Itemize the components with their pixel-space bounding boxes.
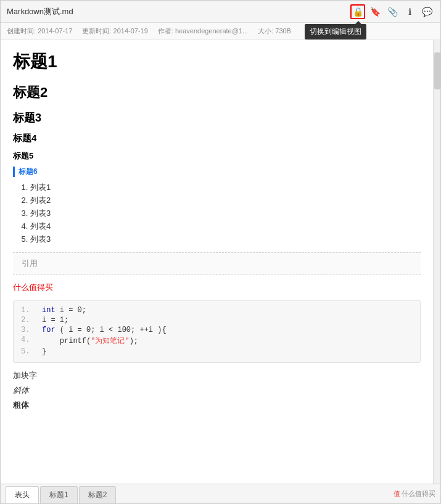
lock-button[interactable]: 🔒 切换到编辑视图 bbox=[350, 4, 365, 19]
tab-bar: 表头 标题1 标题2 值 什么值得买 bbox=[1, 484, 440, 503]
heading-1: 标题1 bbox=[13, 50, 421, 73]
code-block: 1. int i = 0; 2. i = 1; 3. for ( i = 0; … bbox=[13, 300, 421, 363]
tab-heading2[interactable]: 标题2 bbox=[79, 486, 117, 503]
list-item: 列表3 bbox=[30, 208, 421, 219]
author-label: 作者: heavendegenerate@1... bbox=[158, 27, 248, 36]
list-item: 列表2 bbox=[30, 195, 421, 206]
link[interactable]: 什么值得买 bbox=[13, 282, 421, 293]
blockquote: 引用 bbox=[13, 252, 421, 275]
list-item: 列表3 bbox=[30, 234, 421, 245]
code-line-3: 3. for ( i = 0; i < 100; ++i ){ bbox=[21, 326, 413, 334]
size-label: 大小: 730B bbox=[258, 27, 291, 36]
app-window: Markdown测试.md 🔒 切换到编辑视图 🔖 📎 ℹ 💬 创建时间: 20… bbox=[0, 0, 441, 504]
bottom-logo: 值 什么值得买 bbox=[394, 489, 440, 503]
ordered-list: 列表1 列表2 列表3 列表4 列表3 bbox=[30, 182, 421, 245]
updated-label: 更新时间: 2014-07-19 bbox=[82, 27, 147, 36]
title-bar: Markdown测试.md 🔒 切换到编辑视图 🔖 📎 ℹ 💬 bbox=[1, 1, 440, 23]
code-line-4: 4. printf("为知笔记"); bbox=[21, 336, 413, 346]
paperclip-button[interactable]: 📎 bbox=[385, 4, 400, 19]
info-icon: ℹ bbox=[408, 7, 411, 17]
bookmark-icon: 🔖 bbox=[370, 7, 381, 17]
content-area[interactable]: 标题1 标题2 标题3 标题4 标题5 标题6 列表1 列表2 列表3 列表4 … bbox=[1, 40, 433, 484]
edit-tooltip: 切换到编辑视图 bbox=[305, 24, 366, 39]
code-line-1: 1. int i = 0; bbox=[21, 306, 413, 315]
created-label: 创建时间: 2014-07-17 bbox=[7, 27, 72, 36]
scrollbar[interactable] bbox=[433, 40, 440, 484]
tab-heading1[interactable]: 标题1 bbox=[40, 486, 78, 503]
scrollbar-thumb[interactable] bbox=[434, 52, 440, 89]
title-icons: 🔒 切换到编辑视图 🔖 📎 ℹ 💬 bbox=[350, 4, 434, 19]
strong-text: 粗体 bbox=[13, 400, 421, 411]
filename: Markdown测试.md bbox=[7, 6, 73, 17]
bold-text: 加块字 bbox=[13, 370, 421, 381]
heading-6: 标题6 bbox=[13, 167, 421, 177]
heading-4: 标题4 bbox=[13, 133, 421, 144]
heading-3: 标题3 bbox=[13, 110, 421, 125]
heading-5: 标题5 bbox=[13, 151, 421, 162]
list-item: 列表1 bbox=[30, 182, 421, 193]
italic-text: 斜体 bbox=[13, 385, 421, 396]
logo-icon: 值 bbox=[394, 489, 400, 498]
paperclip-icon: 📎 bbox=[387, 7, 398, 17]
comment-button[interactable]: 💬 bbox=[419, 4, 434, 19]
comment-icon: 💬 bbox=[422, 7, 432, 17]
heading-2: 标题2 bbox=[13, 83, 421, 102]
info-button[interactable]: ℹ bbox=[402, 4, 417, 19]
code-line-2: 2. i = 1; bbox=[21, 316, 413, 324]
code-line-5: 5. } bbox=[21, 347, 413, 356]
meta-bar: 创建时间: 2014-07-17 更新时间: 2014-07-19 作者: he… bbox=[1, 23, 440, 40]
list-item: 列表4 bbox=[30, 221, 421, 232]
main-content: 标题1 标题2 标题3 标题4 标题5 标题6 列表1 列表2 列表3 列表4 … bbox=[1, 40, 440, 484]
tab-header[interactable]: 表头 bbox=[6, 486, 39, 503]
bookmark-button[interactable]: 🔖 bbox=[368, 4, 382, 19]
lock-icon: 🔒 bbox=[353, 7, 363, 17]
